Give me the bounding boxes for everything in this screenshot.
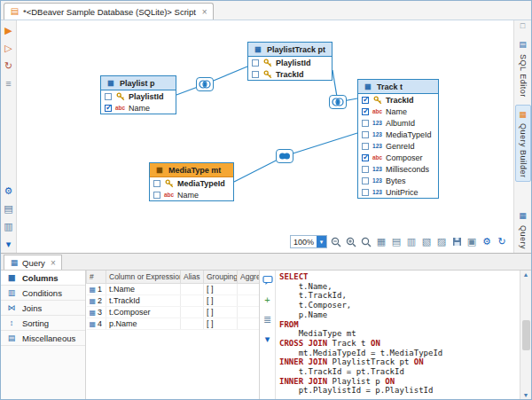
diagram-table-track[interactable]: ▦Track tTrackIdabcName123AlbumId123Media… <box>357 79 439 199</box>
collapse-panel-icon[interactable]: ▾ <box>262 333 274 345</box>
table-column-row[interactable]: 123GenreId <box>358 140 438 152</box>
grid-row[interactable]: ▦3t.Composer[ ] <box>87 306 261 318</box>
grid-cell-grouping: [ ] <box>204 294 238 306</box>
diagram-table-playlist[interactable]: ▦Playlist pPlaylistIdabcName <box>100 75 176 114</box>
table-icon: ▦ <box>105 77 117 90</box>
table-column-row[interactable]: MediaTypeId <box>150 177 233 189</box>
table-column-row[interactable]: 123Milliseconds <box>358 163 438 175</box>
grid-header-cell: Column or Expression <box>106 271 181 283</box>
table-column-row[interactable]: PlaylistId <box>248 57 332 68</box>
close-icon[interactable]: × <box>51 258 56 268</box>
column-checkbox[interactable] <box>362 143 369 150</box>
query-log-icon[interactable]: ▥ <box>3 220 15 232</box>
table-column-row[interactable]: TrackId <box>358 94 438 106</box>
table-title: Track t <box>377 82 403 91</box>
column-checkbox[interactable] <box>153 192 160 199</box>
settings-gear-icon[interactable]: ⚙ <box>3 184 15 197</box>
comment-icon[interactable] <box>262 274 274 286</box>
vertical-tab-sql-editor[interactable]: ▤SQL Editor <box>515 35 531 101</box>
sidebar-item-sorting[interactable]: ↕Sorting <box>1 316 85 331</box>
table-column-row[interactable]: TrackId <box>248 68 332 80</box>
table-column-row[interactable]: abcName <box>101 102 176 114</box>
close-tab-icon[interactable]: × <box>202 7 207 17</box>
auto-layout-icon[interactable]: ▧ <box>420 236 433 248</box>
save-diagram-icon[interactable] <box>450 236 463 248</box>
column-checkbox[interactable] <box>362 97 369 104</box>
diagram-notation-icon[interactable]: ▥ <box>405 236 418 248</box>
editor-tab-script[interactable]: ▤ *<DBeaver Sample Database (SQLite)> Sc… <box>4 3 214 20</box>
expression-list-icon[interactable]: ≣ <box>262 313 274 325</box>
zoom-in-icon[interactable] <box>345 236 357 248</box>
show-attributes-icon[interactable]: ▤ <box>390 236 403 248</box>
grid-row[interactable]: ▦1t.Name[ ] <box>87 283 261 294</box>
grid-cell-aggregation <box>238 294 261 306</box>
column-checkbox[interactable] <box>105 105 112 112</box>
column-checkbox[interactable] <box>362 189 369 196</box>
panel-toggle-icon[interactable]: ▾ <box>3 238 15 250</box>
refresh-icon[interactable]: ↻ <box>3 59 15 72</box>
column-checkbox[interactable] <box>362 154 369 161</box>
sql-preview[interactable]: SELECT t.Name, t.TrackId, t.Composer, p.… <box>276 271 520 399</box>
diagram-table-mediatype[interactable]: ▦MediaType mtMediaTypeIdabcName <box>149 162 234 201</box>
add-expression-icon[interactable]: + <box>262 294 274 306</box>
explain-plan-icon[interactable]: ≡ <box>3 77 15 90</box>
table-column-row[interactable]: 123Bytes <box>358 175 438 186</box>
column-checkbox[interactable] <box>362 177 369 184</box>
sql-line: INNER JOIN Playlist p ON <box>279 377 516 387</box>
sql-text: mt.MediaTypeId = t.MediaTypeId <box>279 349 442 357</box>
sql-keyword: CROSS JOIN <box>279 339 327 348</box>
zoom-original-icon[interactable] <box>360 236 372 248</box>
num-type-icon: 123 <box>372 120 383 126</box>
scrollbar-thumb[interactable] <box>522 320 530 350</box>
zoom-out-icon[interactable] <box>330 236 342 248</box>
execute-script-icon[interactable]: ▷ <box>3 42 15 54</box>
grid-row[interactable]: ▦4p.Name[ ] <box>87 318 261 329</box>
diagram-settings-gear-icon[interactable]: ⚙ <box>481 236 493 248</box>
vertical-scrollbar[interactable]: ▲ ▼ <box>520 271 531 399</box>
vertical-tab-query[interactable]: ▦Query <box>515 207 531 253</box>
column-checkbox[interactable] <box>105 93 112 100</box>
column-checkbox[interactable] <box>362 166 369 173</box>
table-column-row[interactable]: abcComposer <box>358 152 438 163</box>
scroll-up-icon[interactable]: ▲ <box>523 271 529 278</box>
diagram-canvas[interactable]: 100% ▾ ▦▤▥▧▨▣⚙↻ ▦PlaylistTrack ptPlaylis… <box>17 20 513 253</box>
table-column-row[interactable]: PlaylistId <box>101 90 176 102</box>
column-checkbox[interactable] <box>153 180 160 187</box>
column-checkbox[interactable] <box>362 108 369 115</box>
execute-statement-icon[interactable]: ▶ <box>3 24 15 36</box>
refresh-diagram-icon[interactable]: ↻ <box>496 236 508 248</box>
add-note-icon[interactable]: ▨ <box>435 236 448 248</box>
table-column-row[interactable]: 123MediaTypeId <box>358 129 438 140</box>
bottom-tab-query[interactable]: ▦ Query × <box>4 255 62 270</box>
grid-cell-alias <box>181 283 204 294</box>
sidebar-item-columns[interactable]: ▦Columns <box>1 271 85 286</box>
table-column-row[interactable]: 123UnitPrice <box>358 186 438 198</box>
grid-cell-grouping: [ ] <box>204 306 238 318</box>
column-checkbox[interactable] <box>362 131 369 138</box>
vertical-tab-query-builder[interactable]: ▦Query Builder <box>515 105 531 182</box>
table-title: Playlist p <box>120 79 155 88</box>
column-checkbox[interactable] <box>252 71 259 78</box>
column-name: Name <box>177 191 199 200</box>
output-console-icon[interactable]: ▤ <box>3 202 15 215</box>
sidebar-item-miscellaneous[interactable]: ▤Miscellaneous <box>1 331 85 346</box>
table-column-row[interactable]: abcName <box>358 106 438 117</box>
grid-row[interactable]: ▦2t.TrackId[ ] <box>87 294 261 306</box>
key-type-icon <box>262 70 273 79</box>
sidebar-item-joins[interactable]: ⋈Joins <box>1 301 85 316</box>
table-column-row[interactable]: 123AlbumId <box>358 117 438 129</box>
scroll-down-icon[interactable]: ▼ <box>523 392 529 398</box>
restore-pane-icon[interactable]: □ <box>517 22 529 31</box>
zoom-level-select[interactable]: 100% ▾ <box>290 235 327 248</box>
sql-text: t.Composer, <box>279 301 351 310</box>
inner-join-icon[interactable] <box>329 95 347 109</box>
column-checkbox[interactable] <box>362 120 369 127</box>
sidebar-item-conditions[interactable]: ▥Conditions <box>1 286 85 301</box>
inner-join-icon[interactable] <box>196 77 214 91</box>
diagram-table-playlisttrack[interactable]: ▦PlaylistTrack ptPlaylistIdTrackId <box>247 42 332 81</box>
print-diagram-icon[interactable]: ▣ <box>466 236 478 248</box>
table-column-row[interactable]: abcName <box>150 189 233 200</box>
toggle-grid-icon[interactable]: ▦ <box>375 236 387 248</box>
cross-join-icon[interactable] <box>276 149 293 163</box>
column-checkbox[interactable] <box>252 59 259 67</box>
